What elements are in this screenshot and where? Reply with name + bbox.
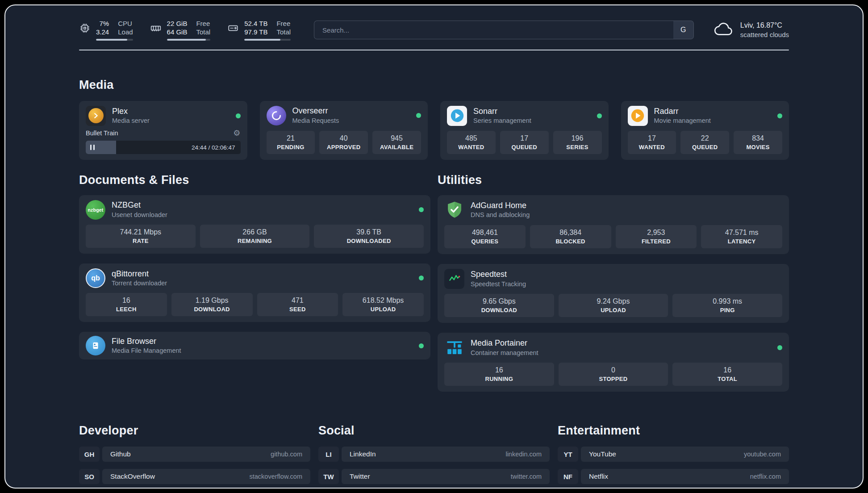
cpu-load-label: Load (118, 28, 133, 36)
bookmark-github[interactable]: GH Github github.com (79, 447, 310, 462)
stat-label: PING (674, 307, 780, 313)
bookmark-abbr: LI (318, 447, 339, 462)
bookmark-name: YouTube (589, 450, 616, 458)
stat-ping: 0.993 ms PING (672, 294, 782, 317)
bookmark-abbr: GH (79, 447, 100, 462)
stat-series: 196 SERIES (553, 131, 602, 154)
memory-widget: 22 GiB Free 64 GiB Total (150, 20, 211, 41)
playback-progress-bar[interactable]: 24:44 / 02:06:47 (86, 141, 241, 154)
section-heading-documents: Documents & Files (79, 173, 430, 187)
cpu-widget: 7% CPU 3.24 Load (79, 20, 133, 41)
stat-label: LATENCY (703, 238, 780, 245)
bookmark-stackoverflow[interactable]: SO StackOverflow stackoverflow.com (79, 469, 310, 484)
stat-label: DOWNLOAD (446, 307, 552, 313)
section-heading-utilities: Utilities (438, 173, 789, 187)
stat-pending: 21 PENDING (267, 131, 315, 154)
service-card-sonarr[interactable]: Sonarr Series management 485 WANTED 17 Q… (440, 101, 609, 160)
service-title: Sonarr (473, 107, 531, 117)
bookmark-url: twitter.com (511, 473, 542, 480)
stat-label: SERIES (555, 144, 600, 150)
service-card-speedtest[interactable]: Speedtest Speedtest Tracking 9.65 Gbps D… (438, 264, 789, 323)
disk-total-label: Total (276, 28, 291, 36)
weather-widget: Lviv, 16.87°C scattered clouds (714, 21, 789, 39)
disk-usage-bar (244, 39, 291, 41)
stat-rate: 744.21 Mbps RATE (86, 225, 196, 248)
stat-value: 40 (321, 134, 366, 142)
service-subtitle: Series management (473, 117, 531, 125)
stat-label: QUEUED (682, 144, 727, 150)
service-subtitle: Media File Management (112, 347, 181, 355)
cpu-load-value: 3.24 (96, 28, 109, 36)
adguard-icon (444, 200, 464, 220)
bookmark-name: Github (110, 450, 131, 458)
memory-free-value: 22 GiB (167, 20, 188, 27)
memory-free-label: Free (196, 20, 210, 27)
search-input[interactable] (314, 21, 673, 39)
memory-total-value: 64 GiB (167, 28, 188, 36)
plex-icon (86, 106, 106, 126)
disk-widget: 52.4 TB Free 97.9 TB Total (227, 20, 291, 41)
stat-label: LEECH (88, 306, 165, 313)
service-title: Speedtest (471, 270, 526, 280)
stat-value: 21 (268, 134, 313, 142)
service-card-qbittorrent[interactable]: qb qBittorrent Torrent downloader 16 (79, 263, 430, 322)
memory-usage-bar (167, 39, 211, 41)
bookmark-name: Netflix (589, 472, 608, 480)
stat-approved: 40 APPROVED (319, 131, 368, 154)
stat-label: WANTED (630, 144, 675, 150)
bookmark-group-social: Social LI LinkedIn linkedin.com TW Twitt… (318, 424, 550, 489)
bookmark-url: youtube.com (744, 451, 781, 458)
service-title: Plex (112, 107, 150, 117)
stat-value: 39.6 TB (316, 228, 422, 236)
stat-label: BLOCKED (532, 238, 609, 245)
service-card-plex[interactable]: Plex Media server Bullet Train ⚙ 24:44 (79, 101, 247, 160)
service-card-overseerr[interactable]: Overseerr Media Requests 21 PENDING 40 A… (260, 101, 428, 160)
section-heading-social: Social (318, 424, 550, 438)
cpu-label: CPU (118, 20, 133, 27)
stat-label: QUEUED (502, 144, 547, 150)
bookmark-netflix[interactable]: NF Netflix netflix.com (558, 469, 789, 484)
bookmark-twitter[interactable]: TW Twitter twitter.com (318, 469, 550, 484)
portainer-icon (444, 338, 464, 358)
bookmark-linkedin[interactable]: LI LinkedIn linkedin.com (318, 447, 550, 462)
bookmark-url: netflix.com (750, 473, 781, 480)
service-title: Radarr (654, 107, 711, 117)
stat-label: WANTED (449, 144, 494, 150)
status-dot (419, 207, 424, 212)
stat-queued: 22 QUEUED (680, 131, 729, 154)
status-dot (416, 113, 421, 118)
bookmark-youtube[interactable]: YT YouTube youtube.com (558, 447, 789, 462)
bookmark-group-entertainment: Entertainment YT YouTube youtube.com NF … (558, 424, 789, 489)
service-title: NZBGet (112, 201, 167, 210)
bookmark-url: github.com (271, 451, 302, 458)
section-heading-entertainment: Entertainment (558, 424, 789, 438)
stat-label: AVAILABLE (374, 144, 419, 150)
service-card-filebrowser[interactable]: File Browser Media File Management (79, 332, 430, 359)
stat-filtered: 2,953 FILTERED (616, 225, 697, 248)
stat-label: RATE (88, 238, 194, 244)
service-card-radarr[interactable]: Radarr Movie management 17 WANTED 22 QUE… (621, 101, 789, 160)
stat-movies: 834 MOVIES (734, 131, 782, 154)
stat-value: 0.993 ms (674, 297, 780, 305)
service-card-portainer[interactable]: Media Portainer Container management 16 … (438, 333, 789, 392)
pause-icon[interactable] (90, 145, 95, 150)
bookmark-abbr: NF (558, 469, 578, 484)
speedtest-icon (444, 269, 464, 289)
search-engine-button[interactable]: G (673, 21, 694, 39)
settings-gear-icon[interactable]: ⚙ (233, 129, 240, 137)
service-card-nzbget[interactable]: nzbget NZBGet Usenet downloader 744.21 M… (79, 195, 430, 254)
service-card-adguard[interactable]: AdGuard Home DNS and adblocking 498,461 … (438, 195, 789, 254)
sonarr-icon (447, 106, 467, 126)
topbar: 7% CPU 3.24 Load (79, 20, 789, 41)
playback-time: 24:44 / 02:06:47 (192, 144, 235, 150)
stat-remaining: 266 GB REMAINING (200, 225, 310, 248)
service-subtitle: Media Requests (292, 117, 339, 125)
section-heading-media: Media (79, 78, 789, 92)
service-subtitle: Container management (471, 349, 538, 357)
memory-ram-icon (150, 22, 162, 36)
stat-value: 266 GB (202, 228, 308, 236)
qbittorrent-icon: qb (86, 268, 105, 288)
service-subtitle: Media server (112, 117, 150, 125)
stat-label: QUERIES (446, 238, 524, 245)
status-dot (777, 345, 782, 350)
